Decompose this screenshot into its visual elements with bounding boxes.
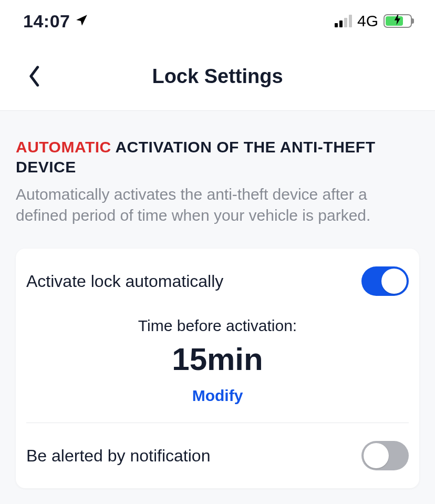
battery-icon [384,14,412,28]
page-title: Lock Settings [152,65,283,88]
heading-accent: AUTOMATIC [16,138,111,156]
location-icon [75,11,89,32]
back-button[interactable] [27,66,42,87]
content-area: AUTOMATIC ACTIVATION OF THE ANTI-THEFT D… [0,110,435,504]
status-bar: 14:07 4G [0,0,435,42]
clock: 14:07 [23,11,70,32]
nav-header: Lock Settings [0,42,435,110]
section-description: Automatically activates the anti-theft d… [16,184,419,225]
status-right: 4G [335,12,412,30]
settings-card: Activate lock automatically Time before … [16,249,419,488]
alert-toggle[interactable] [361,441,409,470]
section-heading: AUTOMATIC ACTIVATION OF THE ANTI-THEFT D… [16,137,419,177]
time-caption: Time before activation: [26,317,409,335]
status-left: 14:07 [23,11,89,32]
activate-label: Activate lock automatically [26,272,223,291]
alert-row: Be alerted by notification [16,423,419,488]
alert-label: Be alerted by notification [26,446,210,466]
chevron-left-icon [27,66,42,87]
network-label: 4G [357,12,378,30]
activate-toggle[interactable] [361,266,409,296]
activate-row: Activate lock automatically [16,249,419,314]
time-value: 15min [26,341,409,377]
cellular-signal-icon [335,15,352,27]
modify-button[interactable]: Modify [192,387,243,405]
time-block: Time before activation: 15min Modify [16,314,419,423]
